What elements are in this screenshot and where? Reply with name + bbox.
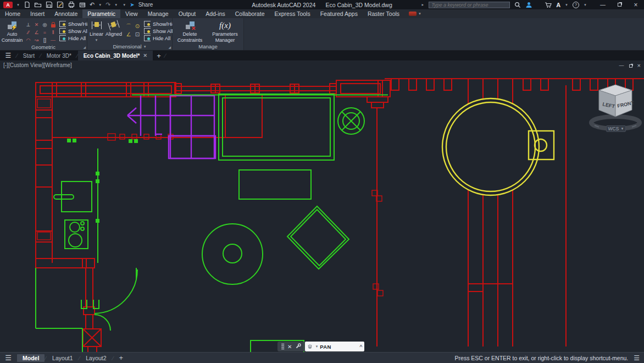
linear-dimension-button[interactable]: Linear ▼ [90,19,103,43]
tab-view[interactable]: View [120,9,143,18]
save-as-icon[interactable] [57,1,64,8]
new-layout-button[interactable]: + [113,354,129,362]
new-drawing-tab-button[interactable]: + [153,51,165,61]
autodesk-account-icon[interactable]: A [556,2,560,8]
dimensional-panel-label[interactable]: Dimensional ▼ ◢ [87,43,172,50]
redo-icon[interactable]: ↷ [106,1,110,8]
vertical-constraint-icon[interactable]: ‖ [49,29,57,36]
ribbon-display-toggle[interactable]: ▼ [409,9,421,18]
wcs-selector[interactable]: WCS ▼ [606,125,626,132]
concentric-constraint-icon[interactable]: ◎ [41,21,49,29]
file-tab-close-icon[interactable]: ✕ [143,53,147,58]
customization-menu-icon[interactable]: ☰ [634,354,640,362]
undo-icon[interactable]: ↶ [90,1,95,8]
app-menu-caret-icon[interactable]: ▼ [16,3,20,7]
fix-constraint-icon[interactable] [49,21,57,29]
geometric-panel-label[interactable]: Geometric ◢ [0,44,87,50]
parallel-constraint-icon[interactable]: ∕∕ [24,29,32,36]
symmetric-constraint-icon[interactable]: [] [41,36,49,44]
parameters-manager-button[interactable]: f(x) Parameters Manager [210,19,241,43]
layout2-tab[interactable]: Layout2 [80,354,112,362]
sign-in-user-icon[interactable] [525,2,532,8]
manage-panel-label[interactable]: Manage [173,43,243,50]
search-collapse-icon[interactable]: ▼ [421,3,424,7]
share-label[interactable]: Share [138,2,153,8]
command-dropdown-icon[interactable]: ▼ [315,345,318,348]
diameter-constraint-icon[interactable]: ⊙ [133,22,142,30]
command-close-icon[interactable]: ✕ [287,344,292,350]
dwg-minimize-icon[interactable]: — [619,63,624,68]
stairs [127,96,215,158]
dynamic-show-all-icon [144,28,151,34]
app-store-cart-icon[interactable] [545,2,552,8]
tab-parametric[interactable]: Parametric [82,9,120,18]
ribbon-empty-area [244,18,644,50]
arc-tangent-constraint-icon[interactable]: ◠ [24,36,32,44]
close-button[interactable]: × [630,1,642,9]
tab-express-tools[interactable]: Express Tools [269,9,315,18]
open-folder-icon[interactable] [34,1,42,8]
minimize-button[interactable]: — [597,2,609,8]
delete-constraints-button[interactable]: ✕ Delete Constraints [176,19,204,43]
tab-insert[interactable]: Insert [25,9,49,18]
restore-button[interactable] [613,2,625,8]
command-grip-handle[interactable] [281,343,284,350]
search-icon[interactable] [514,2,521,8]
geometric-launcher-icon[interactable]: ◢ [83,45,86,49]
save-icon[interactable] [46,1,53,8]
smooth-constraint-icon[interactable]: ↝ [32,36,41,44]
dimensional-caret-icon[interactable]: ▼ [143,45,147,48]
help-caret-icon[interactable]: ▼ [584,3,587,7]
layout-menu-icon[interactable]: ☰ [0,354,16,362]
aligned-dimension-button[interactable]: Aligned [106,19,122,43]
tab-annotate[interactable]: Annotate [49,9,82,18]
command-line[interactable]: ✕ ▼ PAN ^ [277,342,364,351]
radius-constraint-icon[interactable]: ⌒ [124,22,133,30]
undo-caret-icon[interactable]: ▼ [98,3,102,7]
file-tab-motor3d[interactable]: Motor 3D* [41,51,77,61]
document-title: Eco Cabin_3D Model.dwg [325,2,392,8]
angular-constraint-icon[interactable]: ∠ [124,30,133,38]
tab-home[interactable]: Home [0,9,25,18]
equal-constraint-icon[interactable]: = [41,29,49,36]
app-logo[interactable]: A [3,2,13,8]
file-tab-eco-cabin[interactable]: Eco Cabin_3D Model* ✕ [78,51,153,61]
intersection-constraint-icon[interactable]: ✕ [32,21,41,29]
tab-featured-apps[interactable]: Featured Apps [315,9,363,18]
drawing-canvas[interactable]: [-][Custom View][Wireframe] — × [0,61,644,352]
convert-constraint-icon[interactable]: ⊡ [133,30,142,38]
command-wrench-icon[interactable] [295,342,301,351]
new-file-icon[interactable] [24,1,30,8]
horizontal-constraint-icon[interactable]: — [49,36,57,44]
perpendicular-constraint-icon[interactable]: ⊥ [24,21,32,29]
tab-manage[interactable]: Manage [143,9,174,18]
plot-icon[interactable] [68,1,75,8]
active-command-text: PAN [320,344,331,350]
redo-caret-icon[interactable]: ▼ [114,3,118,7]
search-input[interactable] [429,2,510,8]
print-icon[interactable] [79,1,86,8]
linear-caret-icon[interactable]: ▼ [95,37,98,43]
file-tab-start[interactable]: Start [18,51,40,61]
tab-raster-tools[interactable]: Raster Tools [363,9,404,18]
help-icon[interactable]: ? [573,2,579,8]
layout1-tab[interactable]: Layout1 [47,354,78,362]
status-hint-text: Press ESC or ENTER to exit, or right-cli… [455,355,629,361]
dwg-close-icon[interactable]: × [637,62,641,69]
file-tabs-menu-icon[interactable]: ☰ [0,51,16,61]
qat-customize-caret-icon[interactable]: ▼ [123,3,126,7]
share-plane-icon[interactable]: ➤ [130,2,134,8]
tab-addins[interactable]: Add-ins [201,9,230,18]
model-tab[interactable]: Model [17,354,45,362]
account-caret-icon[interactable]: ▼ [565,3,568,7]
tangent-constraint-icon[interactable]: ∠ [32,29,41,36]
command-input[interactable]: ▼ PAN ^ [305,342,364,351]
tab-output[interactable]: Output [174,9,201,18]
recent-commands-icon[interactable]: ^ [359,344,362,349]
auto-constrain-button[interactable]: ⚡ Auto Constrain [2,19,22,44]
dimensional-launcher-icon[interactable]: ◢ [168,45,171,49]
viewport-controls-label[interactable]: [-][Custom View][Wireframe] [3,62,72,68]
dwg-restore-icon[interactable] [629,64,632,68]
ribbon-toggle-icon [409,12,417,16]
tab-collaborate[interactable]: Collaborate [230,9,270,18]
